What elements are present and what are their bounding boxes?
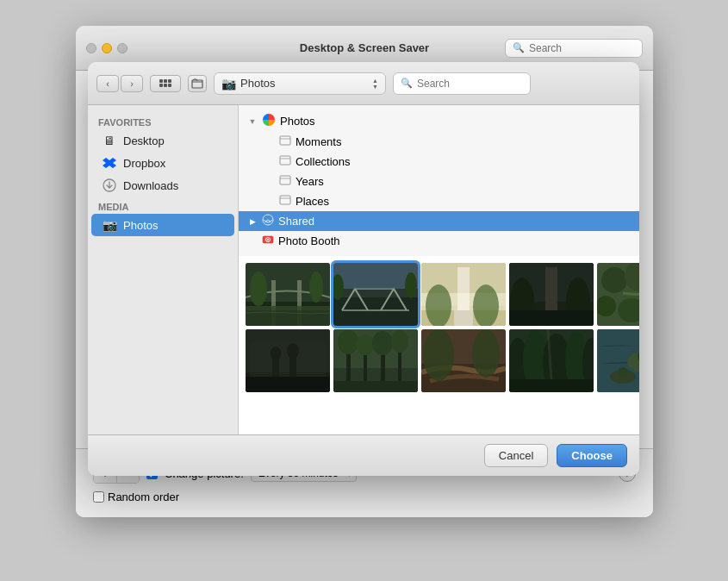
dialog-titlebar: ‹ › 📷 Photos xyxy=(88,62,639,105)
photobooth-icon xyxy=(262,234,274,248)
svg-rect-33 xyxy=(454,310,473,326)
tree-item-years[interactable]: Years xyxy=(239,172,639,191)
desktop-icon: 🖥 xyxy=(102,133,117,148)
moments-icon xyxy=(279,134,291,149)
photo-row-1 xyxy=(246,263,632,326)
sidebar-item-desktop[interactable]: 🖥 Desktop xyxy=(91,129,234,152)
minimize-button[interactable] xyxy=(102,43,112,53)
dropbox-icon xyxy=(102,155,117,171)
svg-point-81 xyxy=(472,329,500,378)
tree-item-places[interactable]: Places xyxy=(239,191,639,211)
tree-item-shared[interactable]: ▶ Shared xyxy=(239,211,639,231)
tree-item-photos[interactable]: ▼ Photos xyxy=(239,110,639,132)
location-dropdown[interactable]: Photos xyxy=(240,77,372,90)
tree-photobooth-label: Photo Booth xyxy=(278,234,340,247)
photo-thumb-1[interactable] xyxy=(246,263,330,326)
sidebar-item-downloads[interactable]: Downloads xyxy=(91,174,234,197)
random-order-checkbox[interactable] xyxy=(93,491,104,503)
tree-places-label: Places xyxy=(296,195,329,208)
tree-item-photobooth[interactable]: Photo Booth xyxy=(239,231,639,251)
tree-moments-label: Moments xyxy=(296,135,341,148)
svg-rect-65 xyxy=(250,342,326,377)
svg-point-76 xyxy=(391,330,408,353)
tree-item-collections[interactable]: Collections xyxy=(239,152,639,172)
dialog-footer: Cancel Choose xyxy=(88,434,639,476)
location-selector[interactable]: 📷 Photos ▲ ▼ xyxy=(214,72,386,95)
svg-rect-66 xyxy=(246,377,330,392)
forward-button[interactable]: › xyxy=(121,75,143,92)
svg-rect-5 xyxy=(280,156,290,165)
random-order-label: Random order xyxy=(108,490,179,503)
photo-thumb-8[interactable] xyxy=(333,329,418,392)
downloads-icon xyxy=(102,178,117,193)
svg-point-80 xyxy=(423,329,454,381)
maximize-button[interactable] xyxy=(117,43,128,53)
tree-shared-label: Shared xyxy=(278,215,314,228)
svg-point-21 xyxy=(309,272,323,303)
dialog-body: Favorites 🖥 Desktop Dropbox xyxy=(88,105,639,434)
sidebar-photos-label: Photos xyxy=(123,219,158,232)
svg-rect-77 xyxy=(333,381,418,392)
window-title: Desktop & Screen Saver xyxy=(300,41,429,54)
main-content: ▼ Photos xyxy=(239,105,639,434)
random-order-row: Random order xyxy=(93,490,636,503)
svg-point-45 xyxy=(601,267,627,293)
sidebar: Favorites 🖥 Desktop Dropbox xyxy=(88,105,239,434)
tree-item-moments[interactable]: Moments xyxy=(239,132,639,152)
choose-button[interactable]: Choose xyxy=(557,444,627,467)
svg-rect-24 xyxy=(333,297,418,326)
photo-thumb-5[interactable] xyxy=(597,263,639,326)
svg-point-29 xyxy=(405,272,417,298)
view-toggle-button[interactable] xyxy=(150,75,181,92)
grid-icon xyxy=(159,79,171,87)
places-icon xyxy=(279,194,291,209)
expand-photos-icon: ▼ xyxy=(247,117,258,126)
dialog-search-box[interactable]: 🔍 xyxy=(393,72,531,95)
bg-search-box[interactable]: 🔍 xyxy=(505,39,643,58)
location-action-button[interactable] xyxy=(188,75,207,92)
svg-rect-3 xyxy=(280,136,290,145)
back-button[interactable]: ‹ xyxy=(96,75,119,92)
photo-thumb-2[interactable] xyxy=(333,263,418,326)
search-icon: 🔍 xyxy=(513,42,525,53)
file-picker-dialog: ‹ › 📷 Photos xyxy=(88,62,639,476)
svg-point-75 xyxy=(372,331,393,355)
dialog-search-icon: 🔍 xyxy=(401,78,413,89)
svg-point-20 xyxy=(250,272,267,306)
svg-point-95 xyxy=(618,367,628,378)
sidebar-item-photos[interactable]: 📷 Photos xyxy=(91,214,234,236)
cancel-button[interactable]: Cancel xyxy=(484,444,548,467)
photos-tree-icon xyxy=(262,113,276,129)
sidebar-item-dropbox[interactable]: Dropbox xyxy=(91,152,234,174)
media-label: Media xyxy=(88,197,238,214)
photos-app-icon: 📷 xyxy=(221,77,236,91)
nav-buttons: ‹ › xyxy=(96,75,143,92)
photo-grid xyxy=(239,256,639,434)
svg-point-73 xyxy=(338,330,358,354)
photo-thumb-10[interactable] xyxy=(509,329,594,392)
sidebar-downloads-label: Downloads xyxy=(123,179,178,192)
svg-rect-89 xyxy=(509,379,594,392)
photo-thumb-11[interactable] xyxy=(597,329,639,392)
photo-row-2 xyxy=(246,329,632,392)
shared-icon xyxy=(262,214,274,228)
favorites-label: Favorites xyxy=(88,112,238,129)
photos-icon: 📷 xyxy=(102,217,117,233)
svg-point-36 xyxy=(473,284,499,326)
photo-thumb-7[interactable] xyxy=(246,329,330,392)
svg-point-35 xyxy=(426,284,451,326)
sidebar-desktop-label: Desktop xyxy=(123,134,165,147)
photo-thumb-4[interactable] xyxy=(509,263,594,326)
svg-rect-43 xyxy=(509,310,594,326)
photo-thumb-9[interactable] xyxy=(421,329,506,392)
dialog-search-input[interactable] xyxy=(417,78,523,90)
tree-view: ▼ Photos xyxy=(239,105,639,256)
tree-years-label: Years xyxy=(296,175,324,188)
tree-collections-label: Collections xyxy=(296,155,351,168)
chevron-updown-icon: ▲ ▼ xyxy=(372,78,378,90)
traffic-lights xyxy=(86,43,128,53)
svg-rect-9 xyxy=(280,196,290,204)
bg-search-input[interactable] xyxy=(529,42,635,54)
photo-thumb-3[interactable] xyxy=(421,263,506,326)
close-button[interactable] xyxy=(86,43,96,53)
